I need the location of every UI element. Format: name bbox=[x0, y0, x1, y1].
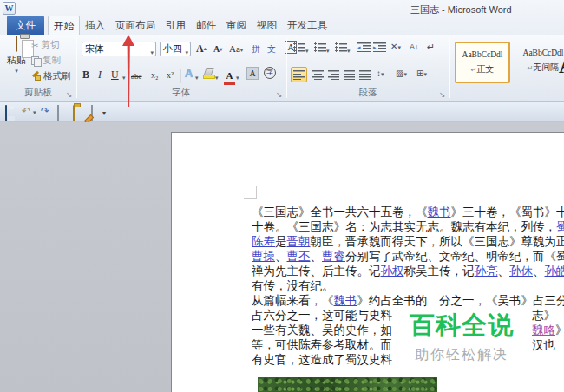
undo-dropdown-icon[interactable]: ▾ bbox=[33, 109, 36, 116]
new-document-icon[interactable] bbox=[57, 105, 59, 121]
text-effects-dropdown-icon[interactable]: ▾ bbox=[195, 71, 199, 85]
character-shading-button[interactable]: A bbox=[246, 67, 259, 80]
paste-dropdown-icon[interactable]: ▾ bbox=[3, 68, 30, 75]
chevron-down-icon[interactable]: ▾ bbox=[185, 46, 188, 59]
doc-text-run: 占六分之一，这可能与史料的 bbox=[252, 308, 404, 322]
style-card-no-spacing[interactable]: AaBbCcDdl ↵无间隔 bbox=[515, 42, 564, 83]
tab-review[interactable]: 审阅 bbox=[221, 16, 252, 35]
font-size-combo[interactable]: 小四 ▾ bbox=[160, 42, 191, 56]
numbering-dropdown-icon[interactable]: ▾ bbox=[326, 44, 330, 58]
subscript-button[interactable]: x₂ bbox=[151, 69, 159, 82]
asian-layout-icon[interactable]: ✕▾ bbox=[390, 41, 401, 54]
open-folder-icon[interactable] bbox=[73, 105, 75, 121]
font-dialog-launcher-icon[interactable]: ↘ bbox=[276, 91, 283, 99]
doc-text-line[interactable]: 十卷。《三国志》名：为志其实无志。魏志有本纪，列传，蜀， bbox=[252, 219, 564, 234]
document-inline-image[interactable] bbox=[258, 377, 437, 392]
line-spacing-icon[interactable]: ↕▾ bbox=[377, 68, 384, 81]
ribbon-tab-row: 文件 开始 插入 页面布局 引用 邮件 审阅 视图 开发工具 bbox=[0, 16, 564, 35]
quick-edit-icon[interactable] bbox=[91, 105, 93, 121]
doc-link[interactable]: 蜀 bbox=[556, 219, 564, 233]
italic-button[interactable]: I bbox=[98, 68, 102, 82]
multilevel-dropdown-icon[interactable]: ▾ bbox=[347, 44, 351, 58]
doc-link[interactable]: 晋朝 bbox=[287, 234, 311, 248]
grow-font-button[interactable]: A▴ bbox=[196, 42, 207, 56]
doc-text-run: 汉也 bbox=[532, 337, 555, 351]
font-color-dropdown-icon[interactable]: ▾ bbox=[236, 71, 239, 85]
justify-button[interactable] bbox=[344, 69, 355, 80]
doc-link[interactable]: 孙皓 bbox=[545, 264, 564, 278]
doc-link[interactable]: 魏书 bbox=[428, 205, 451, 219]
bullets-icon[interactable] bbox=[293, 42, 305, 52]
shrink-font-button[interactable]: A▾ bbox=[213, 42, 222, 56]
paste-button[interactable]: 粘贴 ▾ bbox=[3, 36, 30, 88]
strikethrough-button[interactable]: abe bbox=[131, 69, 142, 83]
doc-text-line[interactable]: 有传，没有纪。 bbox=[252, 278, 564, 293]
tab-page-layout[interactable]: 页面布局 bbox=[110, 16, 161, 35]
tab-mailings[interactable]: 邮件 bbox=[191, 16, 221, 35]
doc-link[interactable]: 孙亮 bbox=[475, 264, 498, 278]
doc-link[interactable]: 魏略 bbox=[532, 323, 555, 336]
highlight-color-icon[interactable] bbox=[203, 68, 214, 79]
doc-link[interactable]: 魏书 bbox=[334, 293, 357, 307]
doc-text-line[interactable]: 《三国志》全书一共六十五卷，《魏书》三十卷，《蜀书》十五 bbox=[252, 205, 564, 219]
change-case-button[interactable]: Aa▾ bbox=[229, 42, 243, 57]
phonetic-guide-icon[interactable]: 拼 bbox=[252, 42, 260, 56]
watermark-subtitle: 助你轻松解决 bbox=[392, 346, 531, 364]
underline-dropdown-icon[interactable]: ▾ bbox=[122, 71, 126, 85]
clipboard-dialog-launcher-icon[interactable]: ↘ bbox=[66, 91, 73, 99]
numbering-icon[interactable] bbox=[314, 42, 326, 52]
paragraph-dialog-launcher-icon[interactable]: ↘ bbox=[439, 91, 446, 99]
redo-icon[interactable]: ↷ bbox=[41, 106, 49, 117]
underline-button[interactable]: U bbox=[111, 68, 119, 82]
doc-link[interactable]: 孙权 bbox=[381, 264, 404, 278]
doc-text-run: 有史官，这造成了蜀汉史料的 bbox=[252, 352, 404, 366]
doc-link[interactable]: 曹睿 bbox=[322, 249, 345, 263]
bold-button[interactable]: B bbox=[82, 68, 89, 82]
tab-references[interactable]: 引用 bbox=[161, 16, 191, 35]
phonetic-field-icon[interactable]: 文 bbox=[267, 42, 276, 56]
tab-developer[interactable]: 开发工具 bbox=[282, 16, 332, 35]
doc-text-line[interactable]: 陈寿是晋朝朝臣，晋承魏而得天下，所以《三国志》尊魏为正统 bbox=[252, 234, 564, 249]
doc-text-line[interactable]: 禅为先主传、后主传。记孙权称吴主传，记孙亮、孙休、孙皓 bbox=[252, 264, 564, 278]
multilevel-list-icon[interactable] bbox=[335, 42, 347, 52]
bullets-dropdown-icon[interactable]: ▾ bbox=[305, 44, 309, 58]
style-card-normal[interactable]: AaBbCcDdl ↵正文 bbox=[455, 42, 510, 83]
doc-link[interactable]: 陈寿 bbox=[252, 234, 275, 248]
group-clipboard: 粘贴 ▾ ✂ 剪切 复制 格式刷 剪贴板 ↘ bbox=[0, 35, 76, 102]
shading-icon[interactable]: ▨▾ bbox=[396, 68, 407, 81]
doc-link[interactable]: 孙休 bbox=[509, 264, 533, 278]
distribute-button[interactable] bbox=[359, 69, 371, 80]
style-card-heading-partial[interactable]: A bbox=[559, 52, 564, 79]
format-painter-button[interactable]: 格式刷 bbox=[31, 69, 71, 83]
doc-text-line[interactable]: 曹操、曹丕、曹睿分别写了武帝纪、文帝纪、明帝纪，而《蜀书 bbox=[252, 249, 564, 264]
font-color-button[interactable]: A bbox=[224, 67, 235, 85]
sort-icon[interactable]: A↓ bbox=[410, 41, 419, 53]
align-right-button[interactable] bbox=[328, 69, 339, 80]
align-center-button[interactable] bbox=[312, 69, 324, 80]
decrease-indent-icon[interactable] bbox=[357, 42, 371, 52]
doc-link[interactable]: 曹丕 bbox=[287, 249, 311, 263]
doc-link[interactable]: 曹操 bbox=[252, 249, 275, 263]
text-effects-button[interactable]: A bbox=[185, 67, 193, 81]
tab-insert[interactable]: 插入 bbox=[80, 16, 110, 35]
tab-view[interactable]: 视图 bbox=[252, 16, 282, 35]
cut-button[interactable]: ✂ 剪切 bbox=[31, 38, 59, 52]
align-left-button[interactable] bbox=[291, 67, 307, 82]
enclose-characters-button[interactable]: 字 bbox=[264, 67, 276, 79]
save-icon[interactable] bbox=[5, 105, 7, 121]
copy-button[interactable]: 复制 bbox=[31, 54, 61, 68]
font-name-combo[interactable]: 宋体 ▾ bbox=[82, 42, 156, 56]
show-formatting-marks-icon[interactable]: ↵ bbox=[427, 41, 435, 53]
undo-icon[interactable]: ↶ bbox=[22, 106, 30, 117]
tab-file[interactable]: 文件 bbox=[7, 16, 44, 35]
superscript-button[interactable]: x² bbox=[167, 69, 174, 82]
borders-icon[interactable]: ⊞▾ bbox=[416, 68, 427, 81]
highlight-dropdown-icon[interactable]: ▾ bbox=[215, 71, 219, 85]
doc-text-line[interactable]: 从篇幅来看，《魏书》约占全书的二分之一，《吴书》占三分之 bbox=[252, 293, 564, 308]
increase-indent-icon[interactable] bbox=[373, 42, 386, 52]
chevron-down-icon[interactable]: ▾ bbox=[150, 46, 154, 59]
tab-home[interactable]: 开始 bbox=[48, 16, 80, 35]
word-app-icon[interactable]: W bbox=[3, 2, 16, 15]
customize-qat-icon[interactable]: ▾ bbox=[102, 108, 106, 117]
doc-text-run: 朝臣，晋承魏而得天下，所以《三国志》尊魏为正统 bbox=[311, 234, 564, 248]
